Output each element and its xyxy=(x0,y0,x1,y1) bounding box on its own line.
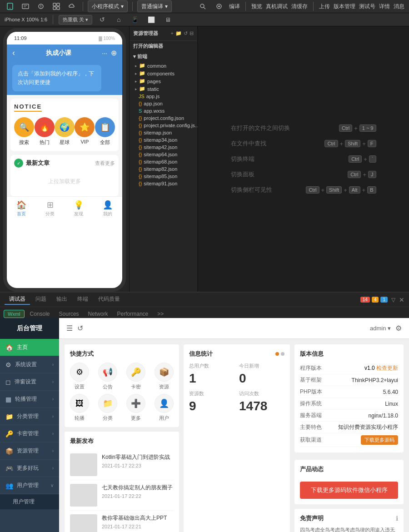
search-icon[interactable] xyxy=(196,0,209,13)
refresh-admin-icon[interactable]: ↺ xyxy=(77,324,83,333)
file-sitemap34[interactable]: {} sitemap34.json xyxy=(130,136,197,144)
nav-mine[interactable]: 👤 我的 xyxy=(103,200,113,217)
preview-btn[interactable]: 预览 xyxy=(251,3,262,10)
upload-btn[interactable]: 上传 xyxy=(319,3,330,10)
notice-icon-vip[interactable]: ⭐ VIP xyxy=(75,117,95,146)
test-btn[interactable]: 测试号 xyxy=(359,3,375,10)
sidebar-item-user[interactable]: 👥 用户管理 ∨ xyxy=(0,477,59,494)
sidebar-item-home[interactable]: 🏠 主页 xyxy=(0,339,59,356)
admin-header-right: admin ▾ ⚙ xyxy=(370,324,402,333)
notice-icon-planet[interactable]: 🌍 星球 xyxy=(55,117,75,146)
file-sitemap82[interactable]: {} sitemap82.json xyxy=(130,165,197,173)
cloud-tab[interactable] xyxy=(65,0,78,13)
phone-icon[interactable]: 📱 xyxy=(129,13,141,26)
visual-tab[interactable] xyxy=(50,0,63,13)
phone-body: NOTICE 🔍 搜索 🔥 热门 🌍 xyxy=(7,95,122,196)
clear-cache-btn[interactable]: 清缓存 xyxy=(291,3,308,10)
version-mgr-btn[interactable]: 版本管理 xyxy=(334,3,355,10)
quick-user[interactable]: 👤 用户 xyxy=(155,394,174,422)
message-btn[interactable]: 消息 xyxy=(394,3,404,10)
folder-components[interactable]: ▸ 📁 components xyxy=(130,70,197,77)
file-sitemap91[interactable]: {} sitemap91.json xyxy=(130,180,197,187)
toggle-sidebar-icon[interactable]: ☰ xyxy=(66,324,73,333)
debug-main-tab[interactable]: 调试器 xyxy=(5,294,30,305)
notice-icon-hot[interactable]: 🔥 热门 xyxy=(35,117,55,146)
quick-card[interactable]: 🔑 卡密 xyxy=(126,363,145,390)
quick-carousel[interactable]: 🖼 轮播 xyxy=(70,394,89,422)
notice-icon-search[interactable]: 🔍 搜索 xyxy=(14,117,34,146)
notice-icon-all[interactable]: 📋 全部 xyxy=(95,117,115,146)
nav-discover[interactable]: 💡 发现 xyxy=(74,200,84,217)
close-debug[interactable]: ✕ xyxy=(399,296,404,303)
sidebar-item-system[interactable]: ⚙ 系统设置 › xyxy=(0,356,59,373)
more-tabs[interactable]: >> xyxy=(154,310,167,318)
quick-more[interactable]: ➕ 更多 xyxy=(126,394,145,422)
sub-user-manage[interactable]: 用户管理 xyxy=(0,494,59,510)
quick-resource[interactable]: 📦 资源 xyxy=(155,363,174,390)
compile-btn[interactable]: 编译 xyxy=(229,3,240,10)
product-download-btn[interactable]: 下载更多源码软件微信小程序 xyxy=(300,482,398,499)
quick-category[interactable]: 📁 分类 xyxy=(98,394,117,422)
folder-static[interactable]: ▸ 📁 static xyxy=(130,85,197,93)
sidebar-item-popup[interactable]: ◻ 弹窗设置 › xyxy=(0,373,59,391)
quick-notice[interactable]: 📢 公告 xyxy=(98,363,117,390)
file-app-wxss[interactable]: S app.wxss xyxy=(130,107,197,114)
admin-user-label[interactable]: admin ▾ xyxy=(370,325,391,332)
refresh-tree-icon[interactable]: ↺ xyxy=(184,30,188,36)
file-sitemap42[interactable]: {} sitemap42.json xyxy=(130,144,197,151)
disclaimer-info-icon[interactable]: ℹ xyxy=(396,515,398,522)
hotfix-btn[interactable]: 热重载 关 ▾ xyxy=(59,15,92,25)
file-project-config[interactable]: {} project.config.json xyxy=(130,114,197,122)
file-sitemap85[interactable]: {} sitemap85.json xyxy=(130,173,197,180)
preview-icon[interactable] xyxy=(213,0,225,13)
debug-issues-tab[interactable]: 问题 xyxy=(31,294,51,305)
quick-settings[interactable]: ⚙ 设置 xyxy=(70,363,89,390)
nav-category[interactable]: ⊞ 分类 xyxy=(45,200,55,217)
minimize-debug[interactable]: ▽ xyxy=(391,297,395,303)
sidebar-item-carousel[interactable]: ▦ 轮播管理 › xyxy=(0,391,59,408)
new-folder-icon[interactable]: 📁 xyxy=(175,30,182,36)
home-sidebar-icon: 🏠 xyxy=(5,344,13,351)
ide-area: 小程序模式 ▾ 普通编译 ▾ 编译 预览 真机调试 清缓存 上传 版本管理 xyxy=(0,0,409,318)
latest-more[interactable]: 查看更多 xyxy=(95,160,115,167)
home-icon[interactable]: ⌂ xyxy=(112,13,125,26)
mode-dropdown[interactable]: 小程序模式 ▾ xyxy=(88,0,128,12)
admin-settings-icon[interactable]: ⚙ xyxy=(395,324,402,333)
debug-terminal-tab[interactable]: 终端 xyxy=(73,294,93,305)
debug-output-tab[interactable]: 输出 xyxy=(52,294,72,305)
sources-tab[interactable]: Sources xyxy=(55,310,83,318)
performance-tab[interactable]: Performance xyxy=(114,310,152,318)
file-app-json[interactable]: {} app.json xyxy=(130,100,197,107)
folder-common[interactable]: ▸ 📁 common xyxy=(130,62,197,70)
detail-btn[interactable]: 详情 xyxy=(379,3,390,10)
sidebar-item-card[interactable]: 🔑 卡密管理 › xyxy=(0,425,59,443)
console-tab[interactable]: Console xyxy=(26,310,54,318)
debug-quality-tab[interactable]: 代码质量 xyxy=(94,294,125,305)
refresh-icon[interactable]: ↺ xyxy=(96,13,109,26)
folder-pages[interactable]: ▸ 📁 pages xyxy=(130,77,197,85)
debug-tab[interactable] xyxy=(35,0,47,13)
wxml-tab-active[interactable]: Wxml xyxy=(4,310,25,318)
file-sitemap64[interactable]: {} sitemap64.json xyxy=(130,151,197,158)
new-file-icon[interactable]: + xyxy=(171,30,174,36)
real-machine-btn[interactable]: 真机调试 xyxy=(266,3,288,10)
file-project-private[interactable]: {} project.private.config.js... xyxy=(130,122,197,129)
network-tab[interactable]: Network xyxy=(85,310,112,318)
opened-editors-label[interactable]: 打开的编辑器 xyxy=(130,41,197,51)
file-sitemap68[interactable]: {} sitemap68.json xyxy=(130,158,197,165)
file-app-js[interactable]: JS app.js xyxy=(130,93,197,100)
file-sitemap[interactable]: {} sitemap.json xyxy=(130,129,197,136)
simulator-tab[interactable] xyxy=(4,0,16,13)
editor-tab[interactable] xyxy=(19,0,32,13)
sidebar-item-category[interactable]: 📁 分类管理 › xyxy=(0,408,59,425)
nav-home[interactable]: 🏠 首页 xyxy=(16,200,26,217)
collapse-tree-icon[interactable]: ⊟ xyxy=(190,30,194,36)
check-update-link[interactable]: 检查更新 xyxy=(376,365,398,371)
sidebar-item-more[interactable]: 🎮 更多好玩 › xyxy=(0,460,59,477)
tablet-icon[interactable]: ⬜ xyxy=(145,13,158,26)
frontend-label[interactable]: ▾ 前端 xyxy=(130,51,197,62)
download-more-code-btn[interactable]: 下载更多源码 xyxy=(361,435,398,445)
sidebar-item-resource[interactable]: 📦 资源管理 › xyxy=(0,443,59,460)
compile-dropdown[interactable]: 普通编译 ▾ xyxy=(137,0,172,12)
screen-icon[interactable]: 🖥 xyxy=(161,13,174,26)
